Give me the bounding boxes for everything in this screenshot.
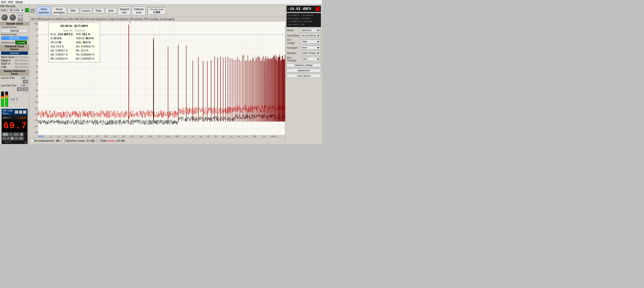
peak-btn[interactable]: Peak: [93, 8, 104, 13]
current-source-value-row: Internal: [0, 29, 29, 33]
meter-window-title: Hilo USB Reco... _ □ ✕: [2, 109, 27, 115]
stepped-sine-btn[interactable]: Stepped sine: [118, 7, 131, 15]
line-in-off[interactable]: off: [23, 80, 28, 83]
info-grid: N+D: -13.8 dBFS A THD: 58.1 % N: 97.8 % …: [51, 32, 98, 61]
calibrate-level-btn[interactable]: Calibrate level: [132, 7, 146, 15]
s-btn[interactable]: S: [14, 137, 18, 140]
l-btn[interactable]: L: [9, 133, 12, 136]
sample-clock-title: Sample Clock: [0, 22, 29, 26]
rate-row: Rate: 96.0 kHz 44.1 kHz 48.0 kHz 192 kHz…: [0, 8, 29, 13]
menu-item-1[interactable]: 同归: [1, 1, 6, 4]
line-out-trim-value[interactable]: +2dBV: [19, 84, 28, 87]
current-source-value: Internal: [1, 29, 28, 33]
level-details: -12.0 dBFS C, -13.8 dBFS A Peak sample: …: [286, 13, 321, 27]
fft-length-select[interactable]: 256k 64k 128k: [300, 40, 320, 44]
clip-button[interactable]: [316, 7, 320, 11]
level-display: -10.82 dBFS: [286, 6, 321, 12]
info-title: 251.96 Hz, -25.73 dBFS: [51, 24, 98, 28]
usb-label: USB: [1, 66, 6, 68]
line-out-off-2[interactable]: off: [23, 87, 28, 91]
line-out-trim-row: Line Out Trim: +2dBV: [0, 83, 29, 87]
f-btn[interactable]: F: [10, 137, 14, 140]
main-layout: Hilo Remote Rate: 96.0 kHz 44.1 kHz 48.0…: [0, 5, 322, 144]
no-measurement-cb[interactable]: [31, 139, 34, 142]
digital-in-value: Not Present: [14, 59, 28, 62]
knob-row: 0.0 off: [0, 13, 29, 22]
usb-item: USB Not Present: [1, 65, 28, 69]
adat-in-label: ADAT In: [1, 62, 10, 65]
info-box: 251.96 Hz, -25.73 dBFS Span: 20 .. 20,00…: [48, 23, 100, 62]
preferred-clock-title: Preferred Clock Source: [0, 45, 29, 51]
meter-body: dB(A) F OVER 69.7 SPL L SEL A C Z F S HP: [2, 115, 27, 144]
rate-select[interactable]: 96.0 kHz 44.1 kHz 48.0 kHz 192 kHz: [8, 8, 25, 12]
window-select[interactable]: Dolph-Chebyshev 200 Hanning Blackman-Har…: [300, 51, 320, 55]
measured-rate-label: Measured Rate:: [1, 33, 17, 36]
distortion-settings-btn[interactable]: Distortion settings: [286, 63, 321, 67]
synchrolock-row: SynchroLock Locked: [0, 40, 29, 45]
averages-select[interactable]: None 2 4 8: [300, 46, 320, 50]
line-in-trim-row: Line In Trim: +6dBV: [0, 76, 29, 80]
measured-rate-row: Measured Rate:: [0, 33, 29, 36]
show-distortion-btn[interactable]: Show distortion: [37, 7, 51, 15]
line-out-trim-label: Line Out Trim:: [1, 84, 17, 87]
locked-badge: Locked: [15, 41, 27, 44]
meter-maximize-btn[interactable]: □: [19, 110, 22, 114]
sel-btn[interactable]: SEL: [13, 133, 19, 136]
a-btn[interactable]: A: [20, 133, 23, 136]
smoothing-row: Smoothing: No smoothing 1/3 octave 1/6 o…: [286, 33, 321, 38]
reset-averaging-btn[interactable]: Reset averaging: [52, 7, 67, 15]
volume-knob-2[interactable]: [10, 14, 16, 21]
rate-label: Rate:: [1, 9, 7, 12]
both-btn[interactable]: Both: [105, 8, 117, 13]
current-source-row: Current Source:: [0, 26, 29, 29]
c-btn[interactable]: C: [2, 137, 6, 140]
spectrum-line-preview: [77, 141, 85, 141]
mode-select[interactable]: Spectrum RTA Oscilloscope: [300, 28, 320, 32]
vu-meter-left: [1, 92, 4, 107]
synchrolock-label: SynchroLock: [1, 41, 14, 44]
current-source-label: Current Source:: [1, 26, 17, 28]
window-row: Window: Dolph-Chebyshev 200 Hanning Blac…: [286, 51, 321, 55]
averages-label: Averages:: [287, 46, 298, 49]
meter-close-btn[interactable]: ✕: [23, 110, 26, 114]
fft-length-row: FFT Length: 256k 64k 128k: [286, 39, 321, 45]
appearance-btn[interactable]: Appearance: [286, 68, 321, 73]
menu-item-2[interactable]: 剪切: [8, 1, 13, 4]
menu-item-3[interactable]: 剪贴板: [15, 1, 23, 4]
internal-clock-selected[interactable]: Internal: [1, 51, 28, 55]
adat-in-value: Not Present: [14, 62, 28, 65]
peak-checkbox[interactable]: ✓: [97, 139, 100, 142]
spl-btn[interactable]: SPL: [2, 133, 9, 136]
measured-rate-value[interactable]: 96.0 kHz: [1, 36, 28, 40]
max-overlap-select[interactable]: 50% 25% 75%: [301, 57, 320, 61]
peak-legend-item: ✓ Peak -3.6 dBc: [97, 139, 125, 142]
svg-rect-1: [31, 10, 34, 10]
z-btn[interactable]: Z: [7, 137, 10, 140]
meter-minimize-btn[interactable]: _: [15, 110, 18, 114]
info-span: Span: 20 .. 20,000 Hz: [51, 29, 98, 32]
chart-legend: No measurement dBc ✓ Spectrum -3.6 dBc ✓…: [29, 137, 285, 144]
db-value: 0.0: [17, 13, 24, 17]
volume-knob-1[interactable]: [2, 14, 8, 21]
wav-btn[interactable]: WAV: [68, 8, 79, 13]
vu-meter-right: [5, 92, 8, 107]
freq-axis-labels: 20.00 30 40 50 60 70 80 90 100 200 300 4…: [38, 135, 276, 137]
spectrum-checkbox[interactable]: ✓: [62, 139, 65, 142]
smoothing-label: Smoothing:: [287, 34, 300, 37]
analog-ref-title: Analog Reference Level: [0, 69, 29, 76]
db-row: -11.0 In: [2, 140, 27, 144]
digital-in-item: Digital In Not Present: [1, 59, 28, 62]
hp-btn[interactable]: HP: [19, 137, 24, 140]
top-menu-bar: 同归 剪切 剪贴板: [0, 0, 322, 5]
off-label: off: [18, 18, 23, 21]
smoothing-select[interactable]: No smoothing 1/3 octave 1/6 octave: [300, 33, 320, 38]
line-in-trim-value[interactable]: +6dBV: [19, 76, 28, 80]
meter-reading: 69.7: [2, 120, 27, 132]
max-overlap-label: Max Overlap:: [287, 56, 301, 62]
current-btn[interactable]: Current: [80, 8, 92, 13]
line-out-off-1[interactable]: off: [17, 87, 22, 91]
trace-options-btn[interactable]: Trace options: [286, 74, 321, 78]
line-in-label: Line In: [9, 97, 19, 101]
line-in-trim-label: Line In Trim:: [1, 77, 15, 79]
peak-line-preview: [107, 141, 115, 141]
